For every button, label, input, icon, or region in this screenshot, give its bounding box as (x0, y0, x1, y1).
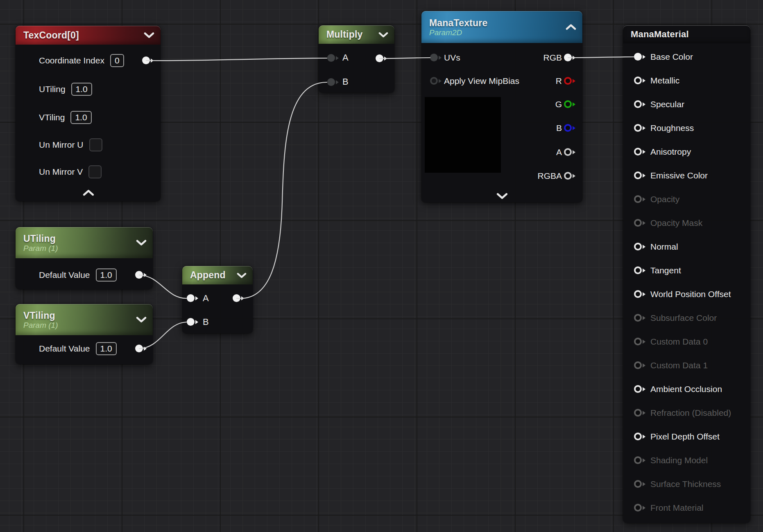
material-row-label: Tangent (650, 265, 681, 276)
pin-dot (634, 385, 642, 393)
pin-dot (564, 172, 572, 180)
wire-texcoord-to-multiply-a[interactable] (146, 58, 327, 61)
pin-material-emissive-color[interactable] (634, 171, 645, 179)
chevron-down-icon[interactable] (496, 193, 508, 199)
node-append[interactable]: Append A B (182, 266, 253, 334)
pin-arrow (643, 458, 645, 462)
pin-arrow (643, 79, 645, 83)
chevron-down-icon[interactable] (237, 273, 247, 278)
pin-multiply-input-a[interactable] (327, 54, 339, 62)
utiling-field[interactable]: 1.0 (71, 83, 92, 96)
pin-material-subsurface-color[interactable] (634, 314, 645, 322)
pin-append-input-a[interactable] (187, 294, 198, 302)
pin-material-base-color[interactable] (634, 53, 645, 61)
node-utiling-param[interactable]: UTiling Param (1) Default Value 1.0 (16, 227, 153, 289)
pin-material-specular[interactable] (634, 100, 645, 108)
pin-material-ambient-occlusion[interactable] (634, 385, 645, 393)
pin-dot (634, 480, 642, 488)
coordinate-index-label: Coordinate Index (39, 56, 104, 65)
vtiling-default-value-field[interactable]: 1.0 (96, 342, 117, 355)
pin-arrow (336, 56, 339, 60)
pin-material-opacity-mask[interactable] (634, 219, 645, 227)
append-input-a-label: A (203, 293, 209, 304)
material-row-label: Subsurface Color (650, 312, 717, 324)
node-vtiling-header[interactable]: VTiling Param (1) (16, 304, 153, 335)
pin-texture-a-output[interactable] (564, 148, 575, 156)
node-subtitle: Param2D (429, 28, 462, 37)
node-multiply-header[interactable]: Multiply (319, 25, 394, 44)
pin-append-input-b[interactable] (187, 318, 198, 326)
pin-texture-mipbias-input[interactable] (430, 77, 441, 85)
node-manatexture[interactable]: ManaTexture Param2D UVs Apply View MipBi… (421, 11, 582, 203)
pin-multiply-input-b[interactable] (327, 78, 339, 86)
pin-texcoord-output[interactable] (142, 56, 154, 64)
chevron-up-icon[interactable] (566, 24, 576, 30)
pin-material-normal[interactable] (634, 243, 645, 250)
texture-mipbias-label: Apply View MipBias (444, 75, 519, 87)
pin-arrow (643, 363, 645, 367)
pin-dot (634, 77, 642, 84)
chevron-down-icon[interactable] (144, 32, 154, 38)
pin-multiply-output[interactable] (376, 54, 387, 62)
node-texcoord[interactable]: TexCoord[0] Coordinate Index 0 UTiling 1… (16, 26, 161, 201)
vtiling-field[interactable]: 1.0 (70, 111, 91, 124)
pin-material-roughness[interactable] (634, 124, 645, 132)
pin-arrow (643, 316, 645, 320)
pin-arrow (643, 102, 645, 106)
node-manatexture-header[interactable]: ManaTexture Param2D (421, 11, 582, 43)
pin-append-output[interactable] (233, 294, 244, 302)
pin-vtiling-output[interactable] (135, 345, 147, 352)
unmirror-v-checkbox[interactable] (88, 165, 102, 178)
node-manamaterial-header[interactable]: ManaMaterial (623, 25, 750, 43)
pin-material-refraction[interactable] (634, 409, 645, 417)
chevron-down-icon[interactable] (378, 32, 388, 38)
pin-arrow (643, 387, 645, 391)
unmirror-u-checkbox[interactable] (89, 138, 102, 151)
pin-texture-uvs-input[interactable] (430, 54, 441, 61)
node-vtiling-param[interactable]: VTiling Param (1) Default Value 1.0 (16, 304, 153, 364)
pin-material-pixel-depth-offset[interactable] (634, 433, 645, 440)
pin-dot (327, 54, 335, 62)
chevron-down-icon[interactable] (136, 240, 147, 246)
pin-texture-rgba-output[interactable] (564, 172, 575, 180)
pin-material-world-position-offset[interactable] (634, 290, 645, 298)
node-manamaterial[interactable]: ManaMaterial Base Color Metallic Specula… (623, 25, 750, 523)
texture-output-r-label: R (556, 75, 562, 87)
multiply-input-a-label: A (342, 52, 349, 63)
pin-material-opacity[interactable] (634, 195, 645, 203)
node-append-header[interactable]: Append (182, 266, 253, 284)
pin-dot (634, 433, 642, 440)
pin-material-metallic[interactable] (634, 77, 645, 84)
pin-material-tangent[interactable] (634, 266, 645, 274)
node-utiling-header[interactable]: UTiling Param (1) (16, 227, 153, 258)
pin-material-anisotropy[interactable] (634, 148, 645, 156)
pin-arrow (643, 150, 645, 154)
pin-texture-g-output[interactable] (564, 100, 575, 108)
pin-material-front-material[interactable] (634, 504, 645, 512)
chevron-down-icon[interactable] (136, 317, 147, 323)
utiling-label: UTiling (39, 84, 66, 94)
node-texcoord-header[interactable]: TexCoord[0] (16, 26, 161, 45)
pin-material-custom-data-1[interactable] (634, 361, 645, 369)
node-title: Multiply (326, 29, 362, 40)
pin-material-custom-data-0[interactable] (634, 338, 645, 345)
pin-arrow (144, 347, 147, 351)
pin-dot (187, 318, 195, 326)
pin-material-surface-thickness[interactable] (634, 480, 645, 488)
node-multiply[interactable]: Multiply A B (319, 25, 394, 93)
node-graph-canvas[interactable]: TexCoord[0] Coordinate Index 0 UTiling 1… (0, 0, 763, 532)
pin-dot (634, 243, 642, 250)
pin-dot (634, 53, 642, 61)
pin-material-shading-model[interactable] (634, 456, 645, 464)
utiling-default-value-field[interactable]: 1.0 (96, 268, 117, 282)
pin-dot (430, 54, 438, 61)
default-value-label: Default Value (39, 344, 90, 354)
pin-texture-r-output[interactable] (564, 77, 575, 85)
coordinate-index-field[interactable]: 0 (110, 54, 124, 67)
pin-utiling-output[interactable] (135, 271, 147, 279)
material-row-label: Anisotropy (650, 146, 691, 158)
chevron-up-icon[interactable] (83, 189, 94, 196)
pin-texture-b-output[interactable] (564, 124, 575, 132)
pin-texture-rgb-output[interactable] (564, 54, 575, 61)
vtiling-row: VTiling 1.0 (39, 109, 92, 126)
